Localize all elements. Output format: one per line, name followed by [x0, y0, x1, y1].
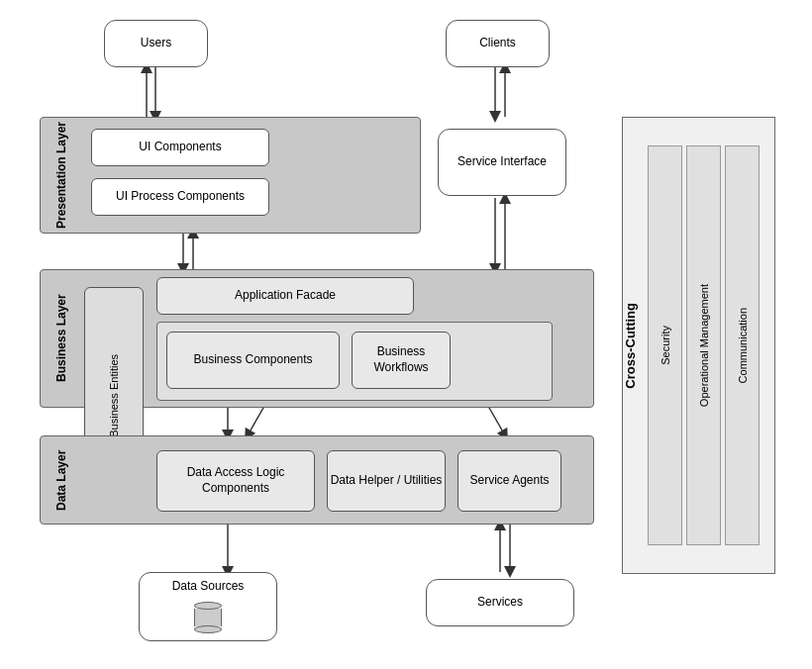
data-helper-box: Data Helper / Utilities — [327, 450, 446, 512]
business-components-box: Business Components — [166, 332, 340, 389]
communication-label: Communication — [737, 308, 749, 383]
security-label: Security — [660, 326, 671, 365]
cross-cutting-panel: Cross-Cutting Security Operational Manag… — [622, 117, 775, 574]
service-agents-box: Service Agents — [457, 450, 561, 512]
data-access-label: Data Access Logic Components — [157, 465, 314, 496]
business-components-label: Business Components — [193, 352, 312, 368]
business-workflows-label: Business Workflows — [353, 344, 450, 375]
operational-management-label: Operational Management — [698, 284, 710, 407]
data-sources-label: Data Sources — [172, 579, 245, 595]
clients-box: Clients — [446, 20, 550, 67]
ui-process-label: UI Process Components — [116, 189, 245, 205]
communication-item: Communication — [725, 145, 760, 545]
data-helper-label: Data Helper / Utilities — [331, 473, 443, 489]
diagram-container: Users Clients Presentation Layer UI Comp… — [10, 10, 792, 659]
presentation-layer-label: Presentation Layer — [42, 119, 81, 232]
services-box: Services — [426, 579, 574, 626]
users-box: Users — [104, 20, 208, 67]
cross-cutting-items: Security Operational Management Communic… — [648, 138, 767, 553]
service-interface-box: Service Interface — [438, 129, 566, 196]
ui-process-components-box: UI Process Components — [91, 178, 269, 216]
cross-cutting-label: Cross-Cutting — [623, 303, 644, 389]
data-sources-box: Data Sources — [139, 572, 277, 641]
application-facade-label: Application Facade — [235, 288, 336, 304]
clients-label: Clients — [479, 36, 516, 51]
business-layer-label: Business Layer — [42, 271, 81, 406]
security-item: Security — [648, 145, 682, 545]
data-access-logic-box: Data Access Logic Components — [156, 450, 315, 512]
service-agents-label: Service Agents — [469, 473, 549, 489]
users-label: Users — [141, 36, 171, 51]
services-label: Services — [477, 595, 523, 611]
service-interface-label: Service Interface — [457, 154, 547, 170]
operational-management-item: Operational Management — [686, 145, 721, 545]
application-facade-box: Application Facade — [156, 277, 414, 315]
ui-components-label: UI Components — [139, 140, 221, 155]
data-layer-label: Data Layer — [42, 437, 81, 523]
business-workflows-box: Business Workflows — [352, 332, 451, 389]
business-entities-label: Business Entities — [107, 354, 121, 437]
ui-components-box: UI Components — [91, 129, 269, 166]
